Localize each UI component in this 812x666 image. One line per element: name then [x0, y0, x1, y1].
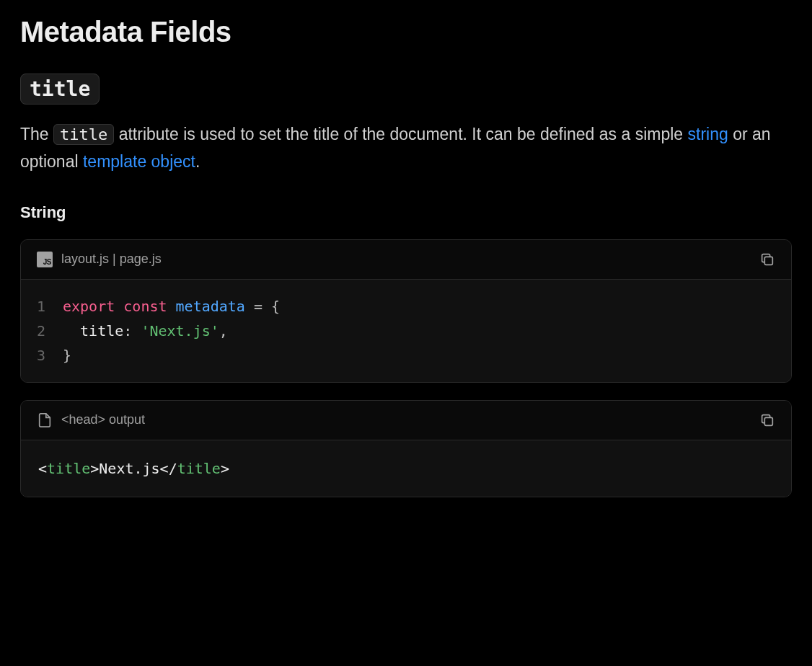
file-info: JS layout.js | page.js	[37, 252, 162, 267]
desc-text: .	[195, 152, 200, 171]
code-header: JS layout.js | page.js	[21, 240, 791, 280]
copy-button[interactable]	[759, 252, 775, 267]
code-line: 1export const metadata = {	[21, 294, 791, 319]
line-number: 1	[21, 294, 63, 319]
code-line: 2 title: 'Next.js',	[21, 319, 791, 343]
svg-rect-0	[764, 257, 772, 265]
code-line: 3}	[21, 343, 791, 368]
line-content: }	[63, 343, 71, 368]
copy-icon	[759, 412, 775, 428]
js-icon: JS	[37, 252, 53, 267]
section-heading: Metadata Fields	[20, 16, 792, 48]
field-name-code: title	[20, 74, 100, 105]
inline-code-title: title	[53, 124, 114, 145]
copy-button[interactable]	[759, 412, 775, 428]
line-content: export const metadata = {	[63, 294, 280, 319]
file-info: <head> output	[37, 412, 145, 428]
line-content: title: 'Next.js',	[63, 319, 228, 343]
desc-text: attribute is used to set the title of th…	[114, 125, 687, 143]
filename-label: layout.js | page.js	[61, 252, 162, 267]
svg-rect-1	[764, 417, 772, 425]
desc-text: The	[20, 125, 53, 143]
code-block-output: <head> output <title>Next.js</title>	[20, 400, 792, 497]
copy-icon	[759, 252, 775, 267]
code-body: <title>Next.js</title>	[21, 440, 791, 497]
code-block-metadata: JS layout.js | page.js 1export const met…	[20, 239, 792, 383]
filename-label: <head> output	[61, 412, 145, 427]
line-number: 2	[21, 319, 63, 343]
field-heading: title	[20, 77, 792, 101]
link-template-object[interactable]: template object	[83, 152, 195, 171]
file-icon	[37, 412, 53, 428]
code-body: 1export const metadata = {2 title: 'Next…	[21, 280, 791, 382]
field-description: The title attribute is used to set the t…	[20, 121, 792, 176]
code-header: <head> output	[21, 401, 791, 440]
link-string[interactable]: string	[688, 125, 728, 143]
example-heading: String	[20, 203, 792, 222]
line-content: <title>Next.js</title>	[38, 460, 229, 477]
line-number: 3	[21, 343, 63, 368]
